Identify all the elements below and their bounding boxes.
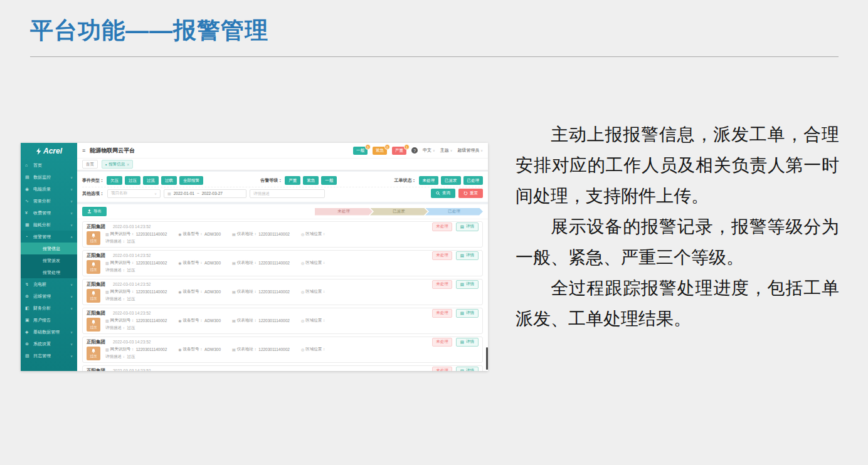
meter-address-field: ▤ 仪表地址： 12203011140002 xyxy=(232,260,290,266)
search-button[interactable]: 查询 xyxy=(431,189,455,198)
detail-button[interactable]: ▤ 详情 xyxy=(456,367,479,372)
badge-critical[interactable]: 严重 1 xyxy=(392,147,406,155)
other-options-label: 其他选项： xyxy=(82,191,104,197)
sidebar-item-power-quality[interactable]: ◉ 电能质量 ∨ xyxy=(21,183,77,195)
filter-level-urgent[interactable]: 紧急 xyxy=(303,176,319,185)
badge-urgent[interactable]: 紧急 0 xyxy=(373,147,387,155)
field-label: 网关识别号： xyxy=(110,318,135,323)
field-label: 网关识别号： xyxy=(110,347,135,352)
work-order-status-group: 工单状态： 未处理 已派发 已处理 xyxy=(394,176,484,185)
detail-button[interactable]: ▤ 详情 xyxy=(456,309,479,318)
tab-alarm-info[interactable]: • 报警信息 × xyxy=(102,160,133,169)
user-dropdown[interactable]: 超级管理员 ∨ xyxy=(457,147,483,154)
gateway-icon: ▥ xyxy=(105,261,109,265)
breadcrumb-home[interactable]: 首页 xyxy=(82,160,98,169)
detail-button[interactable]: ▤ 详情 xyxy=(456,222,479,231)
sidebar-item-alarm-handle[interactable]: 报警处理 xyxy=(21,266,77,278)
sidebar-item-om-management[interactable]: ⊕ 运维管理 ∨ xyxy=(21,290,77,302)
meter-icon: ▤ xyxy=(232,318,236,323)
slide: 平台功能——报警管理 Acrel ⌂ 首页 ▤ 数据监控 xyxy=(0,0,868,465)
sidebar-item-demand-analysis[interactable]: ∿ 需量分析 ∨ xyxy=(21,195,77,207)
field-label: 网关识别号： xyxy=(110,260,135,266)
sidebar-item-data-monitor[interactable]: ▤ 数据监控 ∨ xyxy=(21,171,77,183)
field-value: 12203011140002 xyxy=(136,261,167,265)
detail-button[interactable]: ▤ 详情 xyxy=(456,338,479,347)
badge-general[interactable]: 一般 0 xyxy=(353,147,368,155)
sidebar-item-finance-analysis[interactable]: ◧ 财务分析 ∨ xyxy=(21,302,77,314)
alarm-fields: ▥ 网关识别号： 12203011140002 ◉ 设备型号： ADW300 xyxy=(105,347,479,360)
sidebar-item-charging-pile[interactable]: ↯ 充电桩 ∨ xyxy=(21,278,77,290)
alarm-type-label: 过压 xyxy=(90,325,97,330)
detail-button[interactable]: ▤ 详情 xyxy=(456,280,479,289)
menu-toggle-icon[interactable]: ≡ xyxy=(82,147,85,154)
segment-processed[interactable]: 已处理 xyxy=(425,208,483,216)
export-button[interactable]: 导出 xyxy=(82,207,107,216)
sidebar-item-basic-data[interactable]: ◈ 基础数据管理 ∨ xyxy=(21,326,77,338)
alarm-field-line: ▥ 网关识别号： 12203011140002 ◉ 设备型号： ADW300 xyxy=(105,231,479,237)
close-icon[interactable]: × xyxy=(127,162,129,167)
app-topbar: ≡ 能源物联网云平台 一般 0 紧急 0 xyxy=(77,143,488,158)
filter-undervoltage[interactable]: 欠压 xyxy=(107,176,122,185)
segment-pending[interactable]: 未处理 xyxy=(315,208,373,216)
detail-description-line: 详情描述： 过压 xyxy=(105,296,479,302)
filter-overcurrent[interactable]: 过流 xyxy=(143,176,159,185)
help-icon[interactable]: ? xyxy=(411,147,418,154)
filter-status-dispatched[interactable]: 已派发 xyxy=(441,176,461,185)
location-icon: ◎ xyxy=(301,290,304,294)
detail-description-line: 详情描述： 过压 xyxy=(105,239,479,244)
scrollbar-thumb[interactable] xyxy=(486,347,488,370)
export-button-label: 导出 xyxy=(93,209,102,214)
sidebar-item-log-management[interactable]: ▨ 日志管理 ∨ xyxy=(21,350,77,362)
project-select[interactable]: 项目名称 ∨ xyxy=(107,189,161,198)
language-dropdown[interactable]: 中文 ∨ xyxy=(423,147,435,154)
sidebar-item-user-report[interactable]: ▣ 用户报告 xyxy=(21,314,77,326)
meter-icon: ▤ xyxy=(232,290,236,294)
theme-dropdown[interactable]: 主题 ∨ xyxy=(440,147,453,154)
description-input[interactable] xyxy=(250,189,325,198)
alarm-level-group: 告警等级： 严重 紧急 一般 xyxy=(260,176,337,185)
segment-dispatched[interactable]: 已派发 xyxy=(370,208,428,216)
filter-overload[interactable]: 过载 xyxy=(161,176,177,185)
sidebar-item-energy-analysis[interactable]: ▦ 能耗分析 ∨ xyxy=(21,219,77,231)
date-end: 2022-03-27 xyxy=(202,191,223,196)
field-value: 12203011140002 xyxy=(258,290,290,294)
detail-button[interactable]: ▤ 详情 xyxy=(456,251,479,260)
sidebar-item-alarm-dispatch[interactable]: 报警派发 xyxy=(21,254,77,266)
status-badge: 未处理 xyxy=(432,367,452,372)
sidebar-item-system-settings[interactable]: ⊗ 系统设置 ∨ xyxy=(21,338,77,350)
date-range-picker[interactable]: ▦ 2022-01-01 ~ 2022-03-27 xyxy=(164,189,246,198)
detail-button-label: 详情 xyxy=(466,368,474,371)
filter-status-pending[interactable]: 未处理 xyxy=(419,176,439,185)
alarm-level-label: 告警等级： xyxy=(260,177,282,184)
tab-bullet-icon: • xyxy=(105,162,107,167)
field-label: 仪表地址： xyxy=(237,231,258,237)
detail-button-label: 详情 xyxy=(466,310,474,316)
chevron-icon: ∨ xyxy=(70,306,73,310)
reset-button[interactable]: 重置 xyxy=(458,189,483,198)
chevron-icon: ∨ xyxy=(70,199,73,203)
filter-level-general[interactable]: 一般 xyxy=(321,176,337,185)
chevron-icon: ∧ xyxy=(70,235,73,239)
alarm-type-tile: 过压 xyxy=(87,347,100,360)
filter-level-critical[interactable]: 严重 xyxy=(285,176,300,185)
sidebar-item-label: 能耗分析 xyxy=(33,222,51,228)
sidebar-item-home[interactable]: ⌂ 首页 xyxy=(21,159,77,171)
filter-overvoltage[interactable]: 过压 xyxy=(125,176,140,185)
bell-icon xyxy=(91,262,96,267)
sidebar-item-alarm-management[interactable]: ◔ 报警管理 ∧ xyxy=(21,231,77,243)
filter-status-processed[interactable]: 已处理 xyxy=(463,176,484,185)
detail-button-label: 详情 xyxy=(466,224,474,229)
alarm-type-label: 过压 xyxy=(90,296,97,301)
meter-icon: ▤ xyxy=(232,261,236,265)
sidebar-item-charge-management[interactable]: ¥ 收费管理 ∨ xyxy=(21,207,77,219)
app-screenshot: Acrel ⌂ 首页 ▤ 数据监控 ∨ xyxy=(21,143,488,371)
description-label: 详情描述： xyxy=(105,239,126,244)
document-icon: ▤ xyxy=(460,340,464,345)
location-icon: ◎ xyxy=(301,261,304,265)
field-value: ADW300 xyxy=(204,347,221,352)
field-label: 区域位置： xyxy=(305,231,326,237)
sidebar-item-alarm-info[interactable]: 报警信息 xyxy=(21,243,77,254)
description-text: 主动上报报警信息，派发工单，合理安排对应的工作人员及相关负责人第一时间处理，支持… xyxy=(516,119,839,334)
field-value: ADW300 xyxy=(204,290,221,294)
filter-all-alarms[interactable]: 全部报警 xyxy=(179,176,203,185)
